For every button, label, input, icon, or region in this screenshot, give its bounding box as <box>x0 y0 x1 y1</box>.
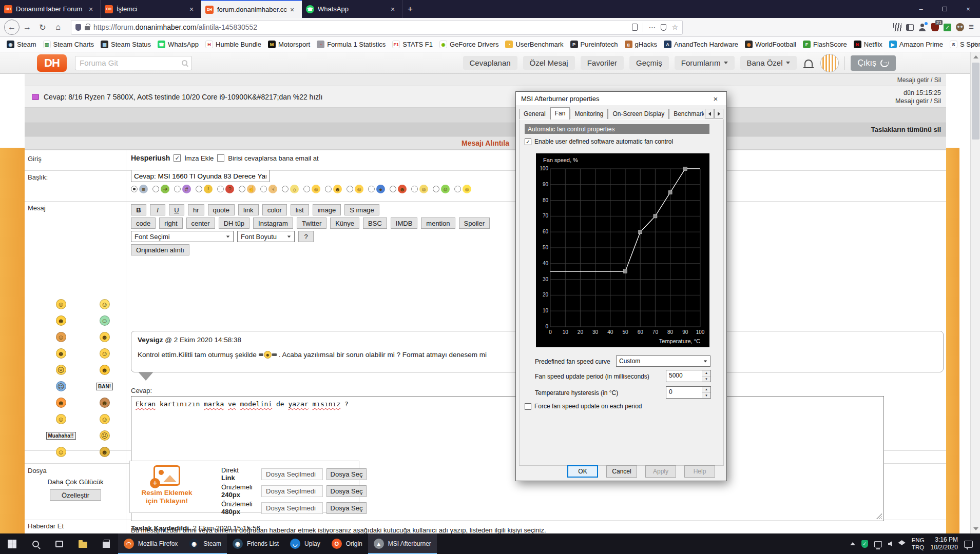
enable-fan-control-checkbox[interactable]: ✓ <box>525 138 531 145</box>
forward-button[interactable]: → <box>20 20 35 34</box>
favorites-button[interactable]: Favoriler <box>581 56 624 70</box>
close-button[interactable]: × <box>956 0 980 18</box>
radio-idea[interactable]: ☼ <box>282 185 299 193</box>
bookmark-star-icon[interactable]: ☆ <box>671 23 678 31</box>
smiley-cop[interactable]: ☺ <box>100 414 110 424</box>
bookmark-flashscore[interactable]: FFlashScore <box>800 39 850 50</box>
customize-button[interactable]: Özelleştir <box>50 489 101 501</box>
bookmark-steam-charts[interactable]: ▥Steam Charts <box>41 39 97 50</box>
add-image-cta[interactable]: + Resim Eklemekiçin Tıklayın! <box>136 465 198 505</box>
my-forums-dropdown[interactable]: Forumlarım <box>675 56 735 70</box>
bookmark-humble-bundle[interactable]: HHumble Bundle <box>203 39 264 50</box>
spin-up-icon[interactable]: ▲ <box>702 370 710 377</box>
radio-text-format[interactable]: ≡ <box>131 185 148 193</box>
toolbar-button-hr[interactable]: hr <box>188 204 204 215</box>
radio-blue-ball[interactable]: ● <box>368 185 385 193</box>
tab-close-icon[interactable]: × <box>391 5 395 13</box>
bookmark-steam[interactable]: ◉Steam <box>4 39 39 50</box>
dialog-tab-fan[interactable]: Fan <box>550 107 570 120</box>
toolbar-button-twitter[interactable]: Twitter <box>297 217 326 229</box>
bookmark-amazon-prime[interactable]: ▶Amazon Prime <box>887 39 946 50</box>
smiley-machine-gun[interactable]: ☻ <box>100 365 110 375</box>
radio-sick[interactable]: ☺ <box>433 185 450 193</box>
bookmark-anandtech-hardware[interactable]: AAnandTech Hardware <box>661 39 741 50</box>
smiley-wink[interactable]: ☺ <box>56 332 66 342</box>
extension-check-icon[interactable]: ✓ <box>944 24 951 31</box>
url-bar[interactable]: https://forum.donanimhaber.com/alintila-… <box>71 20 683 35</box>
tab-scroll-right-button[interactable] <box>714 109 723 118</box>
dh-logo[interactable]: DH <box>37 54 67 72</box>
radio-button[interactable] <box>174 186 181 192</box>
radio-angry[interactable]: ☻ <box>390 185 407 193</box>
toolbar-button-list[interactable]: list <box>291 204 309 215</box>
dialog-tab-benchmark[interactable]: Benchmark <box>669 109 704 120</box>
scrollbar-up-icon[interactable] <box>973 55 978 58</box>
radio-warning[interactable]: ! <box>196 185 213 193</box>
more-smileys-link[interactable]: Daha Çok Gülücük <box>25 478 126 486</box>
toolbar-button-k-nye[interactable]: Künye <box>330 217 359 229</box>
notifications-bell-icon[interactable] <box>804 60 813 67</box>
spin-down-icon[interactable]: ▼ <box>702 393 710 399</box>
page-actions-menu-icon[interactable]: ⋯ <box>648 23 656 31</box>
toolbar-button-imdb[interactable]: IMDB <box>391 217 418 229</box>
radio-button[interactable] <box>152 186 159 192</box>
account-icon[interactable] <box>918 23 927 31</box>
smiley-sombrero[interactable]: ☺ <box>56 414 66 424</box>
bookmark-netflix[interactable]: NNetflix <box>851 39 885 50</box>
radio-button[interactable] <box>303 186 310 192</box>
logout-button[interactable]: Çıkış <box>851 55 896 71</box>
toolbar-button-b[interactable]: B <box>131 204 146 215</box>
tab-scroll-left-button[interactable] <box>705 109 714 118</box>
spin-down-icon[interactable]: ▼ <box>702 377 710 382</box>
get-delete-link[interactable]: Mesajı getir / Sil <box>897 76 941 84</box>
quote-original-button[interactable]: Orijinalden alıntı <box>131 244 189 255</box>
page-scrollbar[interactable] <box>970 52 980 533</box>
toolbar-button-bsc[interactable]: BSC <box>363 217 387 229</box>
radio-button[interactable] <box>454 186 461 192</box>
toolbar-button-image[interactable]: image <box>313 204 341 215</box>
radio-button[interactable] <box>325 186 332 192</box>
tab-2[interactable]: DHİşlemci× <box>101 0 201 18</box>
personal-dropdown[interactable]: Bana Özel <box>740 56 797 70</box>
smiley-shoe[interactable]: ☺ <box>56 447 66 457</box>
bookmark-userbenchmark[interactable]: ◔UserBenchmark <box>503 39 566 50</box>
ok-button[interactable]: OK <box>567 465 598 478</box>
radio-button[interactable] <box>347 186 353 192</box>
dialog-tab-on-screen-display[interactable]: On-Screen Display <box>608 109 669 120</box>
tab-close-icon[interactable]: × <box>189 5 194 13</box>
smiley-scared[interactable]: ☹ <box>100 430 110 441</box>
choose-file-button[interactable]: Dosya Seç <box>326 485 367 497</box>
home-button[interactable]: ⌂ <box>50 20 66 34</box>
bookmarks-overflow-icon[interactable]: » <box>973 39 977 48</box>
radio-button[interactable] <box>390 186 396 192</box>
quote-author[interactable]: Veysigz <box>138 336 163 344</box>
bookmark-motorsport[interactable]: MMotorsport <box>265 39 313 50</box>
pocket-icon[interactable] <box>661 24 666 31</box>
new-tab-button[interactable]: + <box>402 0 418 18</box>
toolbar-button-i[interactable]: I <box>150 204 165 215</box>
action-center-icon[interactable] <box>964 541 973 548</box>
reload-button[interactable]: ↻ <box>35 20 50 34</box>
radio-button[interactable] <box>217 186 224 192</box>
volume-icon[interactable] <box>888 541 892 546</box>
network-icon[interactable] <box>874 541 882 547</box>
taskbar-app-steam[interactable]: ◉Steam <box>183 533 227 554</box>
store-icon[interactable] <box>94 533 118 554</box>
menu-icon[interactable]: ≡ <box>969 22 974 32</box>
tab-close-icon[interactable]: × <box>290 6 294 14</box>
smiley-thumbs-up[interactable]: ☺ <box>100 348 110 359</box>
toolbar-button-code[interactable]: code <box>131 217 156 229</box>
font-family-select[interactable]: Font Seçimi <box>131 231 234 242</box>
radio-button[interactable] <box>260 186 267 192</box>
delete-all-drafts-link[interactable]: Taslakların tümünü sil <box>871 126 941 133</box>
smiley-ban-sign[interactable]: BAN! <box>96 383 113 390</box>
minimize-button[interactable]: – <box>909 0 933 18</box>
radio-hash[interactable]: # <box>174 185 191 193</box>
avatar[interactable] <box>820 54 839 72</box>
period-spinner[interactable]: 5000 ▲▼ <box>666 370 711 382</box>
help-button[interactable]: ? <box>298 231 314 242</box>
right-skin-strip[interactable] <box>946 148 959 554</box>
radio-thumb-down[interactable]: ☟ <box>260 185 277 193</box>
resize-handle[interactable] <box>876 513 882 519</box>
radio-button[interactable] <box>239 186 245 192</box>
